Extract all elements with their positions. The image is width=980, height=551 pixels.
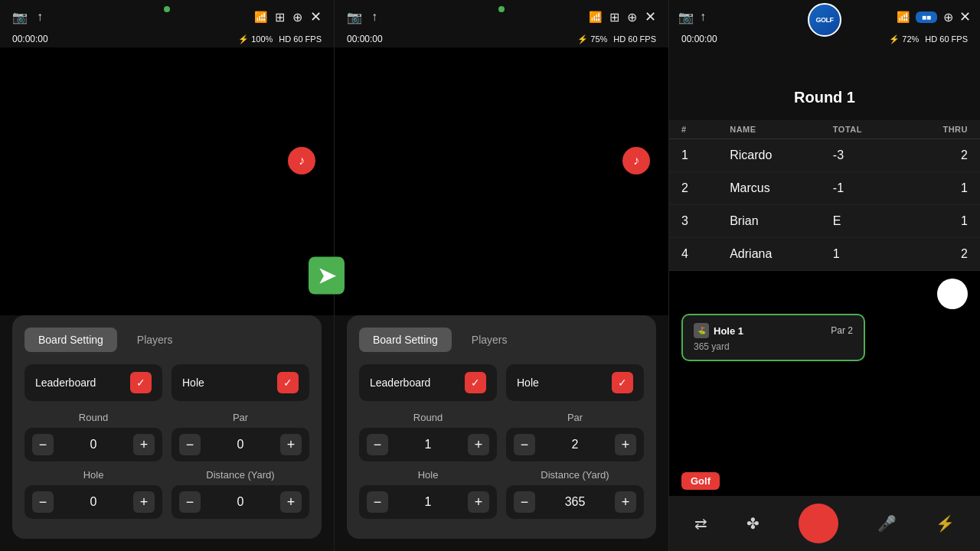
spinner-round-left: Round − 0 + — [24, 412, 162, 461]
bottom-toolbar: ⇄ ✤ 🎤 ⚡ — [669, 496, 980, 551]
golf-logo: GOLF — [808, 3, 841, 37]
toggle-hole-middle[interactable]: Hole ✓ — [506, 364, 644, 401]
camera-icon: 📷 — [12, 10, 28, 24]
hole-card-title: ⛳ Hole 1 — [694, 323, 743, 338]
cell-name: Ricardo — [717, 139, 821, 172]
camera-icon-middle: 📷 — [347, 10, 362, 24]
mic-icon[interactable]: 🎤 — [877, 514, 897, 533]
toggle-hole-label-left: Hole — [182, 377, 204, 389]
battery-left: ⚡ 100% — [238, 34, 273, 44]
hole-card-header: ⛳ Hole 1 Par 2 — [694, 323, 853, 338]
close-icon-right[interactable]: ✕ — [959, 8, 971, 25]
battery-right: ⚡ 72% — [889, 34, 919, 44]
hole-badge-icon: ⛳ — [694, 323, 709, 338]
tab-row-middle: Board Setting Players — [359, 328, 644, 352]
spinner-hole-value-middle: 1 — [419, 495, 437, 509]
share-icon-middle: ↑ — [371, 10, 377, 24]
spinner-par-minus-left[interactable]: − — [179, 434, 201, 455]
col-rank: # — [669, 120, 717, 139]
toggle-leaderboard-label-left: Leaderboard — [35, 377, 96, 389]
spinner-par-value-middle: 2 — [566, 438, 584, 452]
cell-rank: 2 — [669, 172, 717, 205]
cell-name: Adriana — [717, 238, 821, 271]
spinner-par-minus-middle[interactable]: − — [514, 434, 535, 455]
spinner-par-label-middle: Par — [567, 412, 583, 423]
cell-thru: 1 — [903, 172, 980, 205]
spinner-distance-plus-left[interactable]: + — [280, 491, 302, 513]
status-left-icons: 📷 ↑ — [12, 10, 43, 24]
spinner-hole-plus-left[interactable]: + — [133, 491, 155, 513]
spinner-round-minus-left[interactable]: − — [32, 434, 54, 455]
col-thru: THRU — [903, 120, 980, 139]
table-row: 1 Ricardo -3 2 — [669, 139, 980, 172]
hole-card: ⛳ Hole 1 Par 2 365 yard — [681, 314, 865, 361]
spinner-round-control-middle: − 1 + — [359, 428, 497, 461]
spinner-distance-control-middle: − 365 + — [506, 485, 644, 519]
qr-icon-middle: ⊞ — [609, 10, 619, 24]
flipcam-icon[interactable]: ⇄ — [694, 514, 707, 533]
hole-card-yards: 365 yard — [694, 341, 853, 352]
spinner-round-label-left: Round — [79, 412, 108, 423]
effects-icon[interactable]: ✤ — [746, 514, 760, 533]
spinner-round-minus-middle[interactable]: − — [367, 434, 388, 455]
white-circle-button[interactable] — [937, 279, 968, 309]
music-button-left[interactable]: ♪ — [288, 147, 315, 174]
qr-icon: ⊞ — [275, 10, 285, 24]
spinner-distance-label-middle: Distance (Yard) — [541, 469, 609, 481]
spinner-round-plus-left[interactable]: + — [133, 434, 155, 455]
spinner-par-control-left: − 0 + — [172, 428, 309, 461]
status-right-icons-middle: 📶̶ ⊞ ⊕ ✕ — [589, 8, 656, 25]
spinner-section-2-left: Hole − 0 + Distance (Yard) − 0 + — [24, 469, 309, 519]
record-button[interactable] — [799, 504, 838, 543]
spinner-par-plus-left[interactable]: + — [280, 434, 302, 455]
toggle-hole-check-middle: ✓ — [612, 372, 633, 393]
layers-icon-right: ⊕ — [943, 10, 953, 24]
panel-left: 📷 ↑ 📶̶ ⊞ ⊕ ✕ 00:00:00 ⚡ 100% HD 60 FPS ♪… — [0, 0, 335, 551]
col-name: NAME — [717, 120, 821, 139]
spinner-distance-control-left: − 0 + — [172, 485, 309, 519]
spinner-par-middle: Par − 2 + — [506, 412, 644, 461]
blue-mode-btn[interactable]: ■■ — [916, 11, 937, 23]
golf-tag[interactable]: Golf — [681, 472, 720, 490]
spinner-round-plus-middle[interactable]: + — [468, 434, 489, 455]
table-row: 3 Brian E 1 — [669, 205, 980, 238]
tab-players-left[interactable]: Players — [123, 328, 187, 352]
spinner-distance-minus-middle[interactable]: − — [514, 491, 535, 513]
spinner-hole-label-middle: Hole — [418, 469, 439, 481]
spinner-par-label-left: Par — [233, 412, 248, 423]
music-button-middle[interactable]: ♪ — [622, 147, 650, 174]
close-icon-middle[interactable]: ✕ — [645, 8, 656, 25]
cell-total: -1 — [821, 172, 903, 205]
spinner-section-2-middle: Hole − 1 + Distance (Yard) − 365 + — [359, 469, 644, 519]
close-icon[interactable]: ✕ — [310, 8, 322, 25]
cell-thru: 2 — [903, 238, 980, 271]
green-dot-middle — [498, 6, 505, 12]
spinner-hole-value-left: 0 — [84, 495, 103, 509]
spinner-hole-minus-middle[interactable]: − — [367, 491, 388, 513]
cell-name: Marcus — [717, 172, 821, 205]
tab-board-setting-left[interactable]: Board Setting — [24, 328, 117, 352]
spinner-distance-minus-left[interactable]: − — [179, 491, 201, 513]
toggle-leaderboard-left[interactable]: Leaderboard ✓ — [24, 364, 162, 401]
toggle-hole-left[interactable]: Hole ✓ — [172, 364, 309, 401]
spinner-distance-plus-middle[interactable]: + — [615, 491, 636, 513]
cell-rank: 1 — [669, 139, 717, 172]
toggle-leaderboard-middle[interactable]: Leaderboard ✓ — [359, 364, 497, 401]
leaderboard-header-row: # NAME TOTAL THRU — [669, 120, 980, 139]
cell-total: 1 — [821, 238, 903, 271]
tab-board-setting-middle[interactable]: Board Setting — [359, 328, 452, 352]
spinner-hole-control-left: − 0 + — [24, 485, 162, 519]
toggle-leaderboard-check-left: ✓ — [130, 372, 152, 393]
spinner-distance-label-left: Distance (Yard) — [206, 469, 274, 481]
camera-icon-right: 📷 — [678, 10, 694, 24]
hole-card-name: Hole 1 — [714, 325, 743, 337]
flash-icon[interactable]: ⚡ — [936, 514, 955, 533]
status-bar-right: 📷 ↑ GOLF 📶̶ ■■ ⊕ ✕ — [669, 0, 980, 31]
spinner-distance-value-left: 0 — [231, 495, 250, 509]
spinner-hole-minus-left[interactable]: − — [32, 491, 54, 513]
layers-icon: ⊕ — [292, 10, 302, 24]
tab-players-middle[interactable]: Players — [458, 328, 521, 352]
cell-total: -3 — [821, 139, 903, 172]
spinner-par-plus-middle[interactable]: + — [615, 434, 636, 455]
spinner-hole-plus-middle[interactable]: + — [468, 491, 489, 513]
